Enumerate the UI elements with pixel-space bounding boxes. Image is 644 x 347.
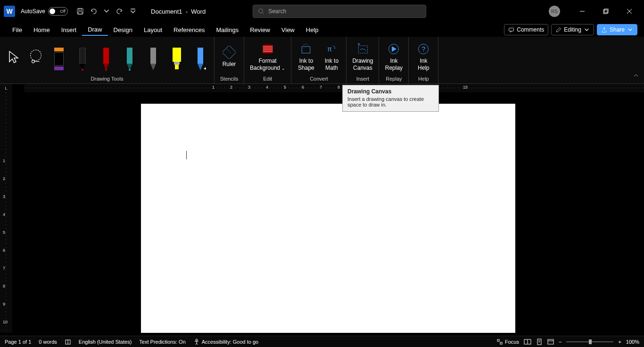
pen-black[interactable] (72, 43, 93, 71)
group-label: Replay (382, 75, 405, 83)
svg-rect-7 (603, 10, 607, 14)
search-input[interactable]: Search (253, 5, 426, 18)
tab-design[interactable]: Design (108, 25, 138, 35)
tab-insert[interactable]: Insert (56, 25, 83, 35)
replay-icon (387, 42, 400, 56)
drawing-canvas-button[interactable]: Drawing Canvas (349, 41, 376, 73)
web-layout-button[interactable] (547, 339, 554, 345)
collapse-ribbon-button[interactable] (633, 72, 639, 81)
user-avatar[interactable]: RS (549, 6, 560, 17)
tab-layout[interactable]: Layout (138, 25, 168, 35)
lasso-icon (27, 48, 45, 66)
eraser-tool[interactable] (48, 43, 70, 71)
pen-red[interactable] (95, 43, 117, 71)
ruler-button[interactable]: Ruler (217, 44, 241, 69)
help-icon: ? (417, 42, 430, 56)
undo-dropdown[interactable] (100, 5, 113, 18)
maximize-button[interactable] (595, 4, 617, 19)
zoom-thumb[interactable] (589, 339, 592, 344)
document-scroll-area[interactable] (12, 92, 644, 333)
ink-to-shape-button[interactable]: Ink to Shape (294, 41, 318, 73)
chevron-down-icon (627, 27, 633, 33)
ink-to-math-button[interactable]: π Ink to Math (320, 41, 343, 73)
focus-icon (496, 339, 503, 345)
select-tool[interactable] (3, 44, 24, 70)
toggle-switch[interactable]: Off (48, 7, 68, 16)
accessibility-icon (193, 339, 200, 345)
horizontal-ruler[interactable]: 1 2 3 4 5 6 7 8 15 (25, 84, 644, 92)
tab-mailings[interactable]: Mailings (211, 25, 245, 35)
tab-review[interactable]: Review (244, 25, 276, 35)
tab-file[interactable]: File (7, 25, 28, 35)
svg-point-13 (32, 60, 34, 63)
ribbon: ✦ Drawing Tools Ruler Stencils Format Ba… (0, 37, 644, 84)
search-placeholder: Search (268, 8, 286, 15)
ruler-corner: L (0, 84, 12, 92)
zoom-out-button[interactable]: − (559, 339, 561, 345)
close-button[interactable] (619, 4, 640, 19)
svg-point-4 (259, 9, 263, 13)
title-bar: W AutoSave Off Document1 - Word Search R… (0, 0, 644, 23)
ink-math-icon: π (325, 42, 338, 56)
minimize-button[interactable] (571, 4, 593, 19)
svg-point-16 (82, 69, 83, 71)
editing-mode-button[interactable]: Editing (551, 24, 594, 35)
status-spellcheck[interactable] (65, 339, 71, 345)
svg-rect-28 (198, 48, 203, 64)
highlighter-yellow[interactable] (166, 43, 188, 71)
comments-button[interactable]: Comments (504, 24, 548, 35)
zoom-in-button[interactable]: + (618, 339, 621, 345)
tab-view[interactable]: View (276, 25, 300, 35)
toggle-state: Off (60, 9, 66, 14)
tab-draw[interactable]: Draw (82, 24, 107, 36)
ink-replay-button[interactable]: Ink Replay (382, 41, 405, 73)
svg-text:π: π (328, 45, 332, 53)
autosave-toggle[interactable]: AutoSave Off (21, 7, 68, 16)
web-icon (547, 339, 554, 345)
group-label: Drawing Tools (3, 75, 211, 83)
zoom-level[interactable]: 100% (626, 339, 639, 345)
qat-customize[interactable] (126, 5, 140, 18)
pencil-gray[interactable] (142, 43, 164, 71)
focus-mode-button[interactable]: Focus (496, 339, 519, 345)
print-layout-button[interactable] (536, 339, 543, 345)
save-button[interactable] (74, 5, 87, 18)
group-label: Stencils (217, 75, 241, 83)
status-page[interactable]: Page 1 of 1 (5, 339, 31, 345)
svg-marker-24 (150, 64, 156, 70)
svg-line-34 (230, 52, 231, 53)
tab-references[interactable]: References (168, 25, 210, 35)
status-accessibility[interactable]: Accessibility: Good to go (193, 339, 258, 345)
tab-help[interactable]: Help (300, 25, 324, 35)
chevron-up-icon (633, 72, 639, 79)
zoom-slider[interactable] (566, 341, 613, 342)
group-label: Help (412, 75, 435, 83)
search-icon (258, 8, 264, 15)
status-words[interactable]: 0 words (39, 339, 57, 345)
ink-help-button[interactable]: ? Ink Help (412, 41, 435, 73)
page-icon (536, 339, 543, 345)
pen-galaxy[interactable] (119, 43, 140, 71)
lasso-tool[interactable] (25, 44, 46, 70)
share-button[interactable]: Share (597, 24, 637, 35)
page[interactable] (141, 104, 515, 333)
svg-point-12 (31, 50, 41, 60)
read-mode-button[interactable] (524, 339, 531, 345)
status-language[interactable]: English (United States) (79, 339, 132, 345)
format-bg-icon (261, 42, 274, 56)
svg-rect-27 (175, 65, 179, 69)
ink-shape-icon (299, 42, 313, 56)
redo-button[interactable] (113, 5, 126, 18)
document-title[interactable]: Document1 - Word (151, 8, 206, 15)
pen-blue-sparkle[interactable]: ✦ (190, 43, 211, 71)
svg-rect-8 (604, 9, 608, 13)
vertical-ruler[interactable]: 1 2 3 4 5 6 7 8 9 10 (0, 92, 12, 333)
svg-rect-23 (150, 48, 156, 64)
undo-button[interactable] (87, 5, 100, 18)
book-icon (65, 339, 71, 345)
pen-icon (77, 48, 88, 71)
tab-home[interactable]: Home (28, 25, 56, 35)
format-background-button[interactable]: Format Background ⌄ (247, 41, 288, 73)
status-predictions[interactable]: Text Predictions: On (139, 339, 185, 345)
pencil-icon (555, 27, 561, 33)
